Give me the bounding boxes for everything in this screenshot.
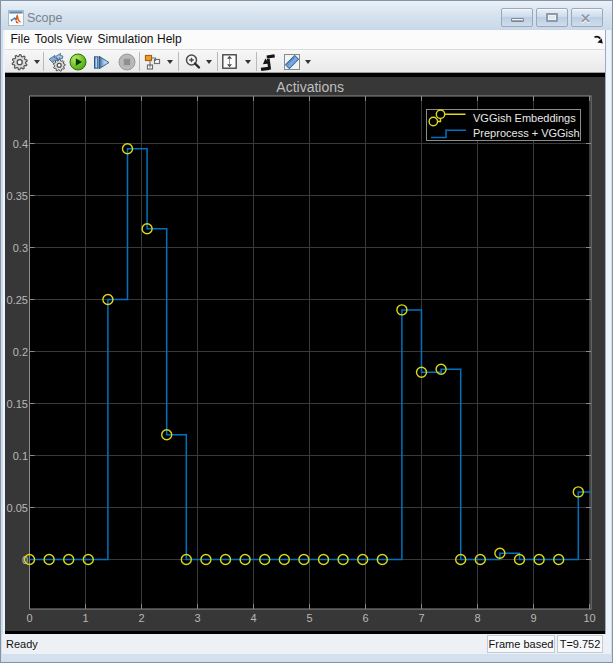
svg-text:0.1: 0.1: [13, 450, 28, 462]
svg-text:3: 3: [194, 612, 200, 624]
svg-text:0.25: 0.25: [7, 294, 28, 306]
svg-text:VGGish Embeddings: VGGish Embeddings: [473, 112, 576, 124]
svg-text:0.2: 0.2: [13, 346, 28, 358]
svg-text:4: 4: [250, 612, 256, 624]
svg-text:0.15: 0.15: [7, 398, 28, 410]
svg-text:0.4: 0.4: [13, 138, 28, 150]
svg-text:8: 8: [474, 612, 480, 624]
svg-text:2: 2: [138, 612, 144, 624]
svg-text:0: 0: [26, 612, 32, 624]
svg-text:1: 1: [82, 612, 88, 624]
svg-text:Preprocess + VGGish: Preprocess + VGGish: [473, 127, 580, 139]
svg-text:5: 5: [306, 612, 312, 624]
svg-text:0.35: 0.35: [7, 190, 28, 202]
svg-text:0.05: 0.05: [7, 502, 28, 514]
svg-text:9: 9: [530, 612, 536, 624]
svg-text:6: 6: [362, 612, 368, 624]
svg-text:Activations: Activations: [276, 79, 344, 95]
svg-text:7: 7: [418, 612, 424, 624]
svg-text:0.3: 0.3: [13, 242, 28, 254]
svg-text:10: 10: [583, 612, 595, 624]
